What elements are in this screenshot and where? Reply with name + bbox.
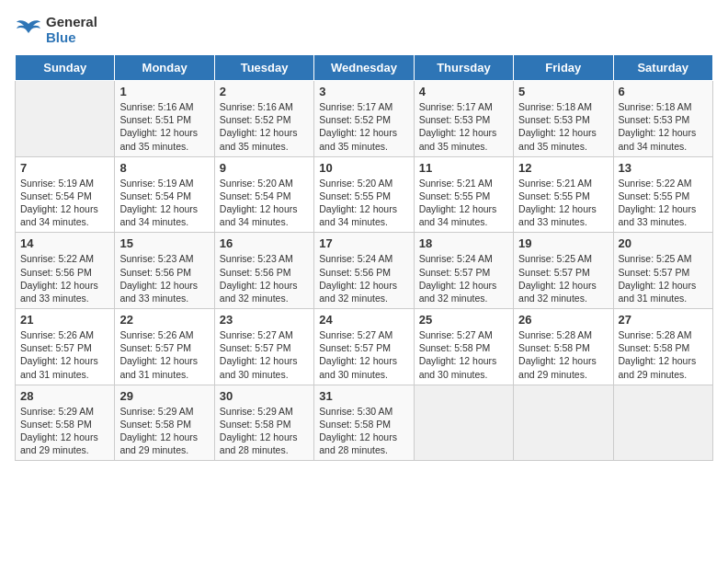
daylight-minutes: and 30 minutes.	[319, 369, 388, 380]
sunset-label: Sunset: 5:57 PM	[119, 342, 191, 353]
sunset-label: Sunset: 5:57 PM	[220, 342, 291, 353]
daylight-minutes: and 32 minutes.	[220, 293, 289, 304]
daylight-minutes: and 28 minutes.	[220, 444, 289, 455]
calendar-cell: 31Sunrise: 5:30 AMSunset: 5:58 PMDayligh…	[314, 385, 414, 461]
sunset-label: Sunset: 5:56 PM	[220, 267, 291, 278]
sunrise-label: Sunrise: 5:28 AM	[619, 329, 692, 340]
calendar-cell: 14Sunrise: 5:22 AMSunset: 5:56 PMDayligh…	[16, 233, 115, 309]
calendar-cell	[16, 81, 115, 157]
calendar-cell	[414, 385, 513, 461]
daylight-label: Daylight: 12 hours	[419, 355, 497, 366]
sunrise-label: Sunrise: 5:28 AM	[518, 329, 592, 340]
day-number: 11	[419, 161, 508, 175]
daylight-label: Daylight: 12 hours	[518, 127, 597, 138]
logo-blue: Blue	[46, 30, 97, 46]
daylight-minutes: and 29 minutes.	[20, 444, 89, 455]
page-header: General Blue	[15, 15, 713, 45]
calendar-cell: 9Sunrise: 5:20 AMSunset: 5:54 PMDaylight…	[214, 156, 313, 233]
day-info: Sunrise: 5:27 AMSunset: 5:57 PMDaylight:…	[220, 328, 309, 381]
sunset-label: Sunset: 5:53 PM	[619, 114, 690, 125]
sunrise-label: Sunrise: 5:23 AM	[119, 253, 193, 264]
day-number: 30	[220, 389, 309, 403]
sunrise-label: Sunrise: 5:26 AM	[119, 329, 193, 340]
calendar-cell: 6Sunrise: 5:18 AMSunset: 5:53 PMDaylight…	[613, 81, 712, 157]
daylight-minutes: and 29 minutes.	[518, 369, 587, 380]
calendar-cell: 18Sunrise: 5:24 AMSunset: 5:57 PMDayligh…	[414, 233, 513, 309]
daylight-minutes: and 33 minutes.	[119, 293, 188, 304]
day-number: 19	[518, 236, 608, 250]
sunrise-label: Sunrise: 5:25 AM	[518, 253, 592, 264]
day-info: Sunrise: 5:26 AMSunset: 5:57 PMDaylight:…	[119, 328, 209, 381]
week-row-5: 28Sunrise: 5:29 AMSunset: 5:58 PMDayligh…	[16, 385, 713, 461]
daylight-label: Daylight: 12 hours	[419, 280, 497, 291]
daylight-label: Daylight: 12 hours	[419, 203, 497, 214]
calendar-cell: 24Sunrise: 5:27 AMSunset: 5:57 PMDayligh…	[314, 309, 414, 385]
daylight-label: Daylight: 12 hours	[119, 355, 198, 366]
day-number: 15	[119, 236, 209, 250]
sunrise-label: Sunrise: 5:27 AM	[319, 329, 392, 340]
daylight-minutes: and 34 minutes.	[619, 141, 688, 152]
daylight-minutes: and 31 minutes.	[619, 293, 688, 304]
calendar-cell: 26Sunrise: 5:28 AMSunset: 5:58 PMDayligh…	[514, 309, 613, 385]
day-number: 12	[518, 161, 608, 175]
daylight-label: Daylight: 12 hours	[20, 280, 98, 291]
day-number: 28	[20, 389, 109, 403]
sunrise-label: Sunrise: 5:18 AM	[518, 101, 592, 112]
day-info: Sunrise: 5:25 AMSunset: 5:57 PMDaylight:…	[518, 252, 608, 304]
sunset-label: Sunset: 5:56 PM	[319, 267, 391, 278]
sunrise-label: Sunrise: 5:24 AM	[419, 253, 493, 264]
day-info: Sunrise: 5:28 AMSunset: 5:58 PMDaylight:…	[518, 328, 608, 381]
daylight-label: Daylight: 12 hours	[319, 431, 397, 442]
sunset-label: Sunset: 5:58 PM	[619, 342, 690, 353]
sunset-label: Sunset: 5:53 PM	[419, 114, 491, 125]
sunrise-label: Sunrise: 5:21 AM	[419, 178, 493, 189]
day-number: 23	[220, 313, 309, 327]
header-day-saturday: Saturday	[613, 55, 712, 81]
sunrise-label: Sunrise: 5:25 AM	[619, 253, 692, 264]
sunset-label: Sunset: 5:57 PM	[419, 267, 491, 278]
daylight-minutes: and 35 minutes.	[319, 141, 388, 152]
calendar-cell: 1Sunrise: 5:16 AMSunset: 5:51 PMDaylight…	[115, 81, 214, 157]
day-info: Sunrise: 5:23 AMSunset: 5:56 PMDaylight:…	[119, 252, 209, 304]
daylight-label: Daylight: 12 hours	[619, 127, 697, 138]
calendar-cell	[514, 385, 613, 461]
logo-bird-icon	[15, 17, 42, 44]
daylight-label: Daylight: 12 hours	[419, 127, 497, 138]
daylight-minutes: and 31 minutes.	[20, 369, 89, 380]
sunrise-label: Sunrise: 5:26 AM	[20, 329, 94, 340]
sunrise-label: Sunrise: 5:19 AM	[20, 178, 94, 189]
header-day-tuesday: Tuesday	[214, 55, 313, 81]
day-info: Sunrise: 5:19 AMSunset: 5:54 PMDaylight:…	[119, 177, 209, 229]
day-number: 25	[419, 313, 508, 327]
daylight-minutes: and 32 minutes.	[319, 293, 388, 304]
daylight-label: Daylight: 12 hours	[619, 355, 697, 366]
sunrise-label: Sunrise: 5:30 AM	[319, 406, 392, 417]
sunset-label: Sunset: 5:58 PM	[518, 342, 590, 353]
daylight-label: Daylight: 12 hours	[619, 203, 697, 214]
day-number: 7	[20, 161, 109, 175]
daylight-minutes: and 28 minutes.	[319, 444, 388, 455]
daylight-minutes: and 33 minutes.	[20, 293, 89, 304]
sunrise-label: Sunrise: 5:17 AM	[419, 101, 493, 112]
sunrise-label: Sunrise: 5:29 AM	[220, 406, 293, 417]
header-day-friday: Friday	[514, 55, 613, 81]
header-day-monday: Monday	[115, 55, 214, 81]
daylight-minutes: and 32 minutes.	[518, 293, 587, 304]
day-info: Sunrise: 5:17 AMSunset: 5:53 PMDaylight:…	[419, 100, 508, 153]
daylight-minutes: and 34 minutes.	[220, 216, 289, 227]
daylight-label: Daylight: 12 hours	[119, 431, 198, 442]
day-number: 14	[20, 236, 109, 250]
calendar-cell: 7Sunrise: 5:19 AMSunset: 5:54 PMDaylight…	[16, 156, 115, 233]
sunrise-label: Sunrise: 5:17 AM	[319, 101, 392, 112]
day-info: Sunrise: 5:29 AMSunset: 5:58 PMDaylight:…	[119, 405, 209, 457]
daylight-minutes: and 35 minutes.	[119, 141, 188, 152]
daylight-minutes: and 34 minutes.	[319, 216, 388, 227]
daylight-label: Daylight: 12 hours	[20, 203, 98, 214]
calendar-cell: 10Sunrise: 5:20 AMSunset: 5:55 PMDayligh…	[314, 156, 414, 233]
sunrise-label: Sunrise: 5:27 AM	[220, 329, 293, 340]
sunset-label: Sunset: 5:57 PM	[20, 342, 92, 353]
calendar-cell: 11Sunrise: 5:21 AMSunset: 5:55 PMDayligh…	[414, 156, 513, 233]
calendar-cell	[613, 385, 712, 461]
calendar-cell: 2Sunrise: 5:16 AMSunset: 5:52 PMDaylight…	[214, 81, 313, 157]
calendar-cell: 25Sunrise: 5:27 AMSunset: 5:58 PMDayligh…	[414, 309, 513, 385]
